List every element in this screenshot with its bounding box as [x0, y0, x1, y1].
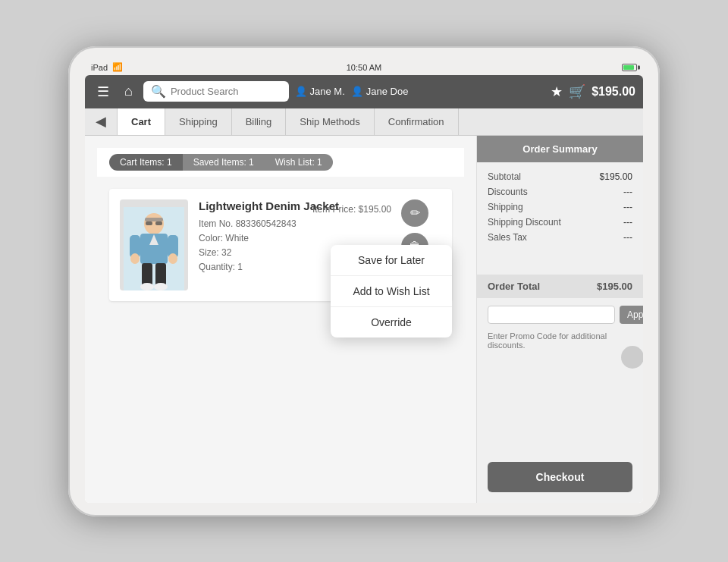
- checkout-button[interactable]: Checkout: [488, 462, 632, 492]
- checkout-section: Checkout: [477, 451, 643, 503]
- scroll-indicator: [621, 346, 643, 369]
- subtotal-value: $195.00: [600, 171, 632, 182]
- tab-cart-label: Cart: [131, 116, 151, 127]
- sales-tax-value: ---: [623, 232, 632, 243]
- search-icon: 🔍: [151, 84, 166, 99]
- svg-point-9: [130, 253, 140, 264]
- cart-panel: Cart Items: 1 Saved Items: 1 Wish List: …: [85, 136, 476, 503]
- shipping-discount-value: ---: [623, 217, 632, 228]
- svg-rect-2: [145, 218, 163, 221]
- shipping-row: Shipping ---: [488, 202, 632, 212]
- user1-display: 👤 Jane M.: [295, 86, 345, 97]
- order-summary-header: Order Summary: [477, 136, 643, 162]
- sub-tab-wish-list[interactable]: Wish List: 1: [265, 154, 333, 171]
- dropdown-menu: Save for Later Add to Wish List Override: [331, 245, 452, 338]
- tab-confirmation-label: Confirmation: [388, 116, 444, 127]
- shipping-discount-row: Shipping Discount ---: [488, 217, 632, 228]
- back-button[interactable]: ◀: [85, 108, 118, 135]
- main-content: Cart Items: 1 Saved Items: 1 Wish List: …: [85, 136, 643, 503]
- user2-icon: 👤: [351, 86, 363, 97]
- product-image: [120, 199, 188, 290]
- tab-cart[interactable]: Cart: [118, 108, 165, 135]
- user1-name: Jane M.: [310, 86, 345, 97]
- discounts-label: Discounts: [488, 187, 528, 197]
- discounts-row: Discounts ---: [488, 187, 632, 197]
- top-nav: ☰ ⌂ 🔍 👤 Jane M. 👤 Jane Doe ★ 🛒 $195.00: [85, 75, 643, 108]
- save-for-later-label: Save for Later: [358, 254, 425, 266]
- subtotal-row: Subtotal $195.00: [488, 171, 632, 182]
- order-total-value: $195.00: [597, 281, 632, 292]
- subtotal-label: Subtotal: [488, 171, 521, 182]
- menu-button[interactable]: ☰: [93, 80, 114, 103]
- screen: ☰ ⌂ 🔍 👤 Jane M. 👤 Jane Doe ★ 🛒 $195.00: [85, 75, 643, 503]
- home-icon: ⌂: [124, 83, 133, 99]
- promo-hint: Enter Promo Code for additional discount…: [477, 331, 643, 357]
- search-input[interactable]: [171, 86, 281, 97]
- add-to-wish-list-label: Add to Wish List: [353, 285, 429, 297]
- sub-tab-wish-list-label: Wish List: 1: [275, 157, 322, 168]
- shipping-discount-label: Shipping Discount: [488, 217, 561, 228]
- discounts-value: ---: [623, 187, 632, 197]
- user1-icon: 👤: [295, 86, 307, 97]
- shipping-label: Shipping: [488, 202, 523, 212]
- sub-tab-saved-items[interactable]: Saved Items: 1: [183, 154, 265, 171]
- sub-tab-saved-items-label: Saved Items: 1: [193, 157, 254, 168]
- user2-display: 👤 Jane Doe: [351, 86, 409, 97]
- menu-icon: ☰: [97, 83, 109, 100]
- status-left: iPad 📶: [91, 62, 123, 72]
- edit-button[interactable]: ✏: [401, 199, 428, 227]
- promo-section: Apply: [477, 298, 643, 331]
- order-summary-title: Order Summary: [522, 143, 597, 155]
- order-total-label: Order Total: [488, 281, 540, 292]
- tab-billing[interactable]: Billing: [232, 108, 287, 135]
- edit-icon: ✏: [410, 206, 420, 220]
- shipping-value: ---: [623, 202, 632, 212]
- user2-name: Jane Doe: [366, 86, 409, 97]
- sub-tab-cart-items-label: Cart Items: 1: [120, 157, 172, 168]
- tab-billing-label: Billing: [246, 116, 272, 127]
- battery-icon: [622, 64, 637, 71]
- sales-tax-label: Sales Tax: [488, 232, 527, 243]
- device-label: iPad: [91, 63, 108, 72]
- home-button[interactable]: ⌂: [120, 80, 137, 102]
- override-label: Override: [371, 316, 412, 328]
- svg-point-13: [140, 283, 154, 290]
- dropdown-item-save-later[interactable]: Save for Later: [331, 245, 452, 276]
- favorites-icon[interactable]: ★: [551, 83, 563, 100]
- tab-ship-methods-label: Ship Methods: [300, 116, 360, 127]
- battery-fill: [623, 65, 634, 70]
- sales-tax-row: Sales Tax ---: [488, 232, 632, 243]
- cart-icon[interactable]: 🛒: [569, 83, 585, 100]
- ipad-shell: iPad 📶 10:50 AM ☰ ⌂ 🔍 👤 Jane M: [68, 46, 660, 516]
- tabs-row: ◀ Cart Shipping Billing Ship Methods Con…: [85, 108, 643, 136]
- svg-rect-3: [146, 221, 152, 225]
- cart-price: $195.00: [592, 85, 635, 99]
- tab-ship-methods[interactable]: Ship Methods: [286, 108, 375, 135]
- time-display: 10:50 AM: [347, 63, 381, 72]
- promo-input[interactable]: [488, 306, 615, 324]
- product-price: Item Price: $195.00: [312, 204, 391, 215]
- order-panel: Order Summary Subtotal $195.00 Discounts…: [476, 136, 643, 503]
- svg-point-10: [168, 253, 177, 264]
- svg-rect-11: [142, 263, 152, 286]
- tab-shipping[interactable]: Shipping: [165, 108, 232, 135]
- status-bar: iPad 📶 10:50 AM: [85, 60, 643, 75]
- tab-shipping-label: Shipping: [179, 116, 218, 127]
- svg-rect-4: [155, 221, 162, 225]
- dropdown-item-override[interactable]: Override: [331, 307, 452, 338]
- order-total-row: Order Total $195.00: [477, 275, 643, 298]
- product-image-svg: [124, 207, 184, 290]
- svg-point-14: [154, 283, 168, 290]
- wifi-icon: 📶: [112, 62, 123, 72]
- svg-rect-12: [155, 263, 166, 286]
- search-bar[interactable]: 🔍: [143, 81, 289, 102]
- status-right: [622, 64, 637, 71]
- apply-button[interactable]: Apply: [620, 306, 643, 324]
- tab-confirmation[interactable]: Confirmation: [375, 108, 459, 135]
- sub-tab-cart-items[interactable]: Cart Items: 1: [109, 154, 183, 171]
- sub-tabs-row: Cart Items: 1 Saved Items: 1 Wish List: …: [97, 148, 464, 177]
- dropdown-item-wish-list[interactable]: Add to Wish List: [331, 276, 452, 307]
- order-summary-body: Subtotal $195.00 Discounts --- Shipping …: [477, 162, 643, 275]
